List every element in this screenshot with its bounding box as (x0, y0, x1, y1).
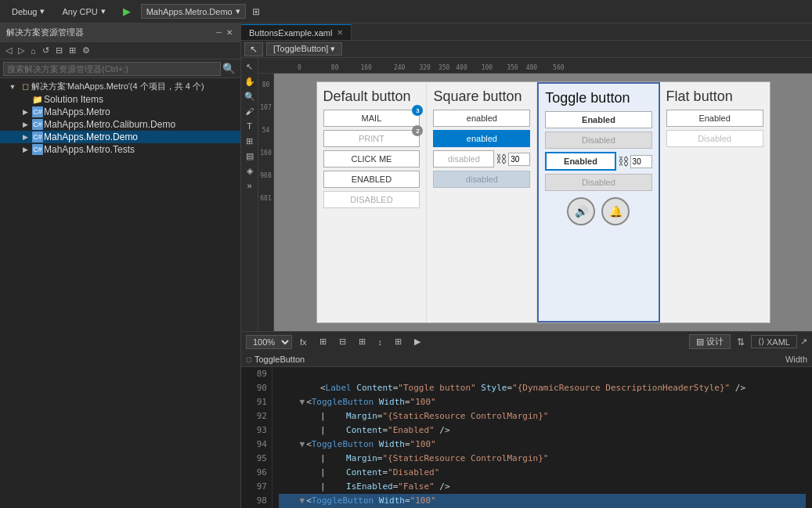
default-section-title: Default button (323, 88, 420, 105)
cursor-tool[interactable]: ↖ (244, 42, 263, 56)
design-icon: ▤ (696, 337, 704, 347)
expand-icon: ▼ (6, 83, 19, 91)
expand-tools[interactable]: » (243, 178, 257, 193)
play-button[interactable]: ▶ (116, 3, 138, 20)
code-content: <Label Content="Toggle button" Style="{D… (272, 367, 812, 508)
design-label: 设计 (706, 336, 724, 348)
asset-tool[interactable]: ◈ (243, 164, 257, 178)
paint-tool[interactable]: 🖌 (243, 104, 257, 118)
tree-item-solution-items[interactable]: 📁 Solution Items (0, 93, 240, 106)
default-btn-section: Default button MAIL 3 PRINT 2 (317, 82, 428, 322)
properties-header: ◻ ToggleButton Width (241, 351, 812, 367)
code-editor: 89 90 91 92 93 94 95 96 97 98 99 100 <La… (241, 367, 812, 508)
sq-disabled-input-button[interactable]: disabled (433, 150, 494, 168)
code-line-91: | Margin="{StaticResource ControlMargin}… (279, 411, 548, 421)
se-collapse-button[interactable]: ⊟ (53, 44, 65, 57)
cpu-dropdown[interactable]: Any CPU ▾ (55, 4, 112, 19)
se-home-button[interactable]: ⌂ (28, 45, 38, 57)
toggle-circle-1[interactable]: 🔊 (567, 197, 595, 225)
project-icon-2: C# (31, 119, 44, 130)
se-search-input[interactable] (3, 62, 221, 76)
se-close-button[interactable]: ✕ (225, 27, 234, 38)
align-btn[interactable]: ⊞ (354, 335, 370, 348)
h-ruler: 0 80 160 240 320 350 400 100 350 480 560 (258, 58, 812, 74)
code-line-95: | Content="Disabled" (279, 467, 439, 477)
sq-enabled-blue-button[interactable]: enabled (433, 130, 530, 147)
toggle-disabled-2-button: Disabled (545, 174, 651, 191)
wpf-designer-canvas: Default button MAIL 3 PRINT 2 (274, 74, 812, 331)
xaml-expand-button[interactable]: ↗ (800, 337, 807, 347)
toggle-size-input[interactable] (630, 155, 652, 168)
tree-item-demo[interactable]: ▶ C# MahApps.Metro.Demo (0, 131, 240, 143)
xaml-view-button[interactable]: ⟨⟩ XAML (751, 335, 797, 348)
v-ruler: 80 107 54 160 968 601 (258, 74, 274, 331)
design-view-button[interactable]: ▤ 设计 (689, 334, 731, 349)
disabled-button: DISABLED (323, 191, 420, 208)
hand-tool[interactable]: ✋ (243, 74, 257, 88)
code-line-92: | Content="Enabled" /> (279, 425, 450, 435)
layout-tool[interactable]: ▤ (243, 149, 257, 163)
flat-enabled-button[interactable]: Enabled (666, 110, 763, 127)
designer-selector-bar: ↖ [ToggleButton] ▾ (241, 41, 812, 58)
zoom-select[interactable]: 100% 50% 200% (246, 335, 292, 349)
project-icon-1: C# (31, 106, 44, 117)
grid-tool[interactable]: ⊞ (243, 134, 257, 148)
debug-dropdown[interactable]: Debug ▾ (5, 4, 52, 19)
swap-button[interactable]: ⇅ (734, 336, 748, 348)
file-tab[interactable]: ButtonsExample.xaml ✕ (241, 24, 352, 40)
se-filter-button[interactable]: ⊞ (67, 44, 78, 57)
text-tool[interactable]: T (243, 119, 257, 133)
project-dropdown[interactable]: MahApps.Metro.Demo ▾ (141, 4, 246, 19)
print-button[interactable]: PRINT (323, 130, 420, 147)
tab-filename: ButtonsExample.xaml (249, 28, 332, 38)
flat-disabled-button: Disabled (666, 130, 763, 147)
flat-section-title: Flat button (666, 88, 763, 105)
tree-label-tests: MahApps.Metro.Tests (44, 144, 135, 155)
element-selector[interactable]: [ToggleButton] ▾ (266, 42, 342, 56)
se-back-button[interactable]: ◁ (3, 44, 14, 57)
se-forward-button[interactable]: ▷ (16, 44, 27, 57)
properties-width-label: Width (785, 355, 807, 364)
device-btn[interactable]: ⊞ (390, 335, 406, 348)
sq-size-input[interactable] (508, 153, 530, 166)
toggle-circle-2[interactable]: 🔔 (601, 197, 630, 225)
click-me-button[interactable]: CLICK ME (323, 150, 420, 168)
tree-label-mahapps: MahApps.Metro (44, 106, 110, 117)
expand-btn[interactable]: ▶ (410, 335, 425, 348)
pointer-tool[interactable]: ↖ (243, 59, 257, 74)
enabled-button[interactable]: ENABLED (323, 171, 420, 188)
se-pin-button[interactable]: ─ (215, 27, 223, 38)
tree-item-solution[interactable]: ▼ ◻ 解决方案'MahApps.Metro'(4 个项目，共 4 个) (0, 80, 240, 93)
sq-enabled-button[interactable]: enabled (433, 110, 530, 127)
se-search-bar: 🔍 (0, 59, 240, 78)
code-line-96: | IsEnabled="False" /> (279, 481, 450, 492)
tab-bar: ButtonsExample.xaml ✕ (241, 23, 812, 41)
se-search-button[interactable]: 🔍 (221, 61, 237, 76)
grid-toggle[interactable]: ⊞ (315, 335, 331, 348)
toggle-enabled-2-button[interactable]: Enabled (545, 152, 615, 171)
code-line-94: | Margin="{StaticResource ControlMargin}… (279, 453, 548, 463)
solution-icon: ◻ (19, 81, 31, 92)
se-settings-button[interactable]: ⚙ (80, 44, 92, 57)
tree-item-tests[interactable]: ▶ C# MahApps.Metro.Tests (0, 143, 240, 156)
breadcrumb-label: ToggleButton (254, 355, 305, 364)
mail-badge: 3 (412, 105, 423, 116)
link-icon-2: ⛓ (618, 155, 629, 168)
flat-btn-section: Flat button Enabled Disabled (660, 82, 770, 322)
code-line-93: ▼<ToggleButton Width="100" (279, 439, 436, 449)
top-bar: Debug ▾ Any CPU ▾ ▶ MahApps.Metro.Demo ▾… (0, 0, 812, 23)
mail-button[interactable]: MAIL (323, 110, 420, 127)
zoom-tool[interactable]: 🔍 (243, 89, 257, 103)
tree-item-mahapps[interactable]: ▶ C# MahApps.Metro (0, 106, 240, 118)
toggle-section-title: Toggle button (545, 90, 651, 106)
toggle-enabled-button[interactable]: Enabled (545, 111, 651, 128)
wpf-window: Default button MAIL 3 PRINT 2 (316, 81, 770, 323)
snap-btn[interactable]: ⊟ (334, 335, 351, 348)
fx-button[interactable]: fx (295, 336, 312, 348)
tab-close-button[interactable]: ✕ (337, 28, 343, 37)
solution-explorer: 解决方案资源管理器 ─ ✕ ◁ ▷ ⌂ ↺ ⊟ ⊞ ⚙ 🔍 ▼ ◻ 解决方案'M… (0, 23, 241, 508)
se-refresh-button[interactable]: ↺ (40, 44, 52, 57)
arrange-btn[interactable]: ↕ (374, 336, 388, 348)
element-label: [ToggleButton] ▾ (273, 44, 335, 54)
tree-item-caliburn[interactable]: ▶ C# MahApps.Metro.Caliburn.Demo (0, 118, 240, 131)
